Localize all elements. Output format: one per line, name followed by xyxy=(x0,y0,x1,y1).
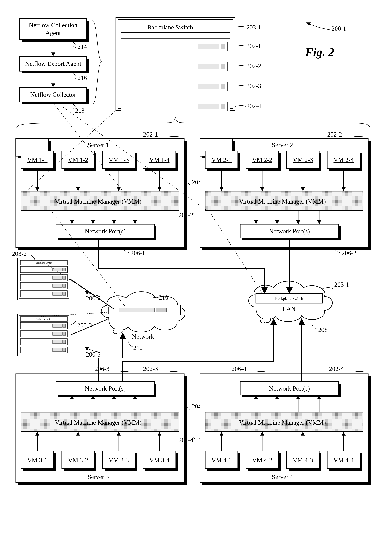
ref-204-4: 204-4 xyxy=(179,437,193,443)
ref-203-3: 203-3 xyxy=(77,322,92,329)
vmm1-label: Virtual Machine Manager (VMM) xyxy=(55,198,142,205)
ref-203-1-lan: 203-1 xyxy=(334,281,349,288)
server1-title: Server 1 xyxy=(88,141,109,149)
vm-3-2: VM 3-2 xyxy=(68,457,88,464)
ref-206-1: 206-1 xyxy=(130,250,145,256)
vm-2-4: VM 2-4 xyxy=(334,156,354,163)
ref-212: 212 xyxy=(133,344,143,351)
small-chassis-1 xyxy=(18,258,70,300)
netflow-agent-line1: Netflow Collection xyxy=(29,22,77,29)
backplane-label-top: Backplane Switch xyxy=(147,24,193,31)
vmm2-label: Virtual Machine Manager (VMM) xyxy=(239,198,326,205)
small-chassis-2 xyxy=(18,314,70,356)
bp-small-2: Backplane Switch xyxy=(36,318,52,320)
netflow-stack: Netflow Collection Agent Netflow Export … xyxy=(20,19,102,105)
ref-208: 208 xyxy=(318,326,328,333)
vm-3-4: VM 3-4 xyxy=(149,457,170,464)
ref-202-3: 202-3 xyxy=(143,365,158,372)
ref-202-2: 202-2 xyxy=(327,131,342,138)
ref-200-3: 200-3 xyxy=(86,351,101,358)
vm-4-1: VM 4-1 xyxy=(211,457,232,464)
vm-2-3: VM 2-3 xyxy=(293,156,313,163)
ref-202-1-top: 202-1 xyxy=(246,43,261,49)
vm-2-2: VM 2-2 xyxy=(252,156,272,163)
server2-title: Server 2 xyxy=(272,141,293,149)
ref-200-1: 200-1 xyxy=(331,25,346,32)
figure-label: Fig. 2 xyxy=(305,45,334,59)
ref-218: 218 xyxy=(75,107,85,114)
vm-4-4: VM 4-4 xyxy=(334,457,354,464)
ref-206-2: 206-2 xyxy=(342,250,356,256)
netflow-export-label: Netflow Export Agent xyxy=(25,60,81,67)
vm-1-1: VM 1-1 xyxy=(27,156,48,163)
ref-202-4-top: 202-4 xyxy=(246,102,261,110)
top-chassis xyxy=(116,18,235,113)
vm-1-3: VM 1-3 xyxy=(109,156,129,163)
ref-206-4: 206-4 xyxy=(231,365,246,372)
ref-210: 210 xyxy=(159,294,168,301)
vm-3-1: VM 3-1 xyxy=(27,457,48,464)
vm-3-3: VM 3-3 xyxy=(109,457,129,464)
ref-203-1-top: 203-1 xyxy=(246,24,261,31)
ref-202-4: 202-4 xyxy=(329,365,344,372)
ref-204-2: 204-2 xyxy=(179,212,193,219)
ref-206-3: 206-3 xyxy=(95,365,110,372)
ref-202-1: 202-1 xyxy=(143,131,158,138)
bp-small-1: Backplane Switch xyxy=(36,261,52,264)
netflow-agent-line2: Agent xyxy=(45,29,61,37)
np1-label: Network Port(s) xyxy=(85,228,126,235)
backplane-lan-label: Backplane Switch xyxy=(275,296,303,301)
vm-4-3: VM 4-3 xyxy=(293,457,313,464)
ref-214: 214 xyxy=(77,43,87,50)
figure-canvas: Netflow Collection Agent Netflow Export … xyxy=(0,0,392,539)
vmm3-label: Virtual Machine Manager (VMM) xyxy=(55,419,142,426)
vm-1-4: VM 1-4 xyxy=(149,156,170,163)
server4-title: Server 4 xyxy=(272,473,293,480)
np2-label: Network Port(s) xyxy=(269,228,310,235)
network-label: Network xyxy=(132,333,154,340)
vmm4-label: Virtual Machine Manager (VMM) xyxy=(239,419,326,426)
ref-216: 216 xyxy=(77,74,87,82)
ref-202-3-top: 202-3 xyxy=(246,82,261,90)
netflow-collector-label: Netflow Collector xyxy=(30,91,76,98)
server3-title: Server 3 xyxy=(88,473,109,480)
ref-202-2-top: 202-2 xyxy=(246,63,261,69)
np3-label: Network Port(s) xyxy=(85,385,126,392)
vm-2-1: VM 2-1 xyxy=(211,156,232,163)
vm-4-2: VM 4-2 xyxy=(252,457,272,464)
np4-label: Network Port(s) xyxy=(269,385,310,392)
vm-1-2: VM 1-2 xyxy=(68,156,88,163)
ref-203-2: 203-2 xyxy=(12,250,27,257)
lan-label: LAN xyxy=(282,305,296,312)
